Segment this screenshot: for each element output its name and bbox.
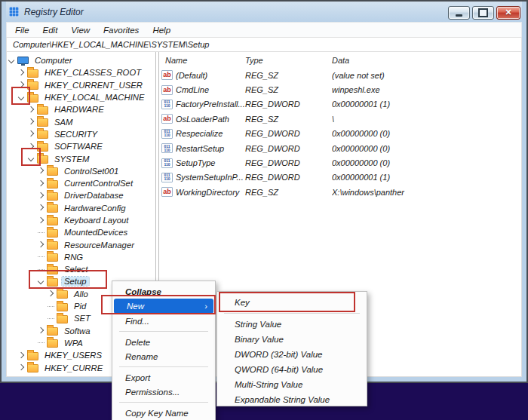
context-menu-item-new[interactable]: New› (114, 299, 213, 314)
registry-value-row-workingdirectory[interactable]: abWorkingDirectoryREG_SZX:\windows\panth… (159, 185, 521, 199)
chevron-right-icon[interactable] (17, 363, 26, 372)
registry-value-row-cmdline[interactable]: abCmdLineREG_SZwinpeshl.exe (159, 82, 521, 97)
value-data: 0x00000001 (1) (332, 173, 521, 182)
value-name: (Default) (176, 71, 245, 80)
folder-icon (27, 364, 38, 372)
submenu-item-expandable-string-value[interactable]: Expandable String Value (217, 392, 367, 407)
folder-icon (47, 266, 58, 274)
context-menu-item-label: Find... (125, 317, 149, 326)
context-menu-item-rename[interactable]: Rename (112, 349, 215, 363)
folder-icon (27, 94, 38, 103)
folder-icon (47, 204, 58, 213)
chevron-right-icon[interactable] (37, 204, 45, 212)
folder-icon (47, 339, 58, 348)
tree-item-label: Softwa (62, 326, 93, 336)
submenu-item-dword-32-bit-value[interactable]: DWORD (32-bit) Value (217, 347, 367, 362)
tree-item-resourcemanager[interactable]: ResourceManager (7, 238, 155, 250)
context-menu-item-copy-key-name[interactable]: Copy Key Name (112, 406, 215, 420)
chevron-right-icon[interactable] (37, 179, 45, 188)
value-list: ab(Default)REG_SZ(value not set)abCmdLin… (159, 68, 521, 200)
chevron-down-icon[interactable] (37, 277, 45, 286)
chevron-right-icon[interactable] (27, 106, 35, 114)
context-menu-item-collapse[interactable]: Collapse (112, 284, 215, 299)
tree-item-security[interactable]: SECURITY (7, 128, 155, 140)
chevron-right-icon[interactable] (27, 118, 35, 126)
chevron-right-icon[interactable] (17, 81, 26, 89)
tree-item-label: HKEY_CURRENT_USER (42, 81, 145, 90)
context-menu-item-permissions[interactable]: Permissions... (112, 385, 215, 399)
tree-item-hardware[interactable]: HARDWARE (7, 103, 155, 115)
context-menu-item-label: New (127, 302, 144, 311)
registry-value-row-respecialize[interactable]: 011110RespecializeREG_DWORD0x00000000 (0… (159, 127, 521, 141)
minimize-button[interactable] (448, 6, 470, 20)
chevron-right-icon[interactable] (27, 130, 35, 138)
registry-value-row-restartsetup[interactable]: 011110RestartSetupREG_DWORD0x00000000 (0… (159, 141, 521, 155)
chevron-down-icon[interactable] (8, 57, 16, 65)
chevron-down-icon[interactable] (17, 94, 26, 102)
tree-item-computer[interactable]: Computer (7, 54, 155, 66)
close-button[interactable] (496, 6, 520, 20)
tree-item-label: SET (72, 314, 93, 323)
column-header-data[interactable]: Data (332, 56, 521, 65)
chevron-right-icon[interactable] (37, 192, 45, 200)
column-header-name[interactable]: Name (165, 56, 245, 65)
folder-icon (47, 192, 58, 201)
tree-item-software[interactable]: SOFTWARE (7, 140, 155, 152)
tree-item-keyboard-layout[interactable]: Keyboard Layout (7, 214, 155, 226)
context-menu-item-export[interactable]: Export (112, 370, 215, 385)
registry-value-row-factorypreinstall[interactable]: 011110FactoryPreInstall...REG_DWORD0x000… (159, 97, 521, 112)
registry-value-row-osloaderpath[interactable]: abOsLoaderPathREG_SZ\ (159, 112, 521, 126)
tree-item-driverdatabase[interactable]: DriverDatabase (7, 189, 155, 201)
value-data: 0x00000001 (1) (332, 100, 521, 109)
menubar-item-favorites[interactable]: Favorites (97, 24, 146, 36)
submenu-item-qword-64-bit-value[interactable]: QWORD (64-bit) Value (217, 362, 367, 377)
tree-item-hardwareconfig[interactable]: HardwareConfig (7, 202, 155, 214)
chevron-right-icon[interactable] (17, 351, 26, 360)
registry-editor-app-icon (9, 7, 19, 17)
tree-item-sam[interactable]: SAM (7, 115, 155, 127)
folder-icon (27, 352, 38, 360)
string-value-icon: ab (161, 85, 173, 95)
tree-item-currentcontrolset[interactable]: CurrentControlSet (7, 177, 155, 189)
tree-item-select[interactable]: Select (7, 263, 155, 275)
context-menu-item-delete[interactable]: Delete (112, 335, 215, 349)
chevron-right-icon[interactable] (47, 290, 55, 298)
submenu-item-key[interactable]: Key (217, 295, 367, 310)
tree-item-controlset001[interactable]: ControlSet001 (7, 165, 155, 177)
chevron-down-icon[interactable] (27, 155, 35, 163)
folder-icon (47, 278, 58, 287)
chevron-right-icon[interactable] (37, 216, 45, 225)
registry-value-row-setuptype[interactable]: 011110SetupTypeREG_DWORD0x00000000 (0) (159, 155, 521, 170)
tree-item-mounteddevices[interactable]: MountedDevices (7, 226, 155, 238)
menubar-item-file[interactable]: File (8, 24, 36, 36)
chevron-right-icon[interactable] (37, 167, 45, 175)
chevron-right-icon[interactable] (27, 143, 35, 151)
menubar-item-edit[interactable]: Edit (36, 24, 65, 36)
submenu-item-string-value[interactable]: String Value (217, 317, 367, 332)
registry-value-row-systemsetupinp[interactable]: 011110SystemSetupInP...REG_DWORD0x000000… (159, 170, 521, 185)
column-header-type[interactable]: Type (245, 56, 332, 65)
folder-icon (47, 180, 58, 189)
tree-item-hkey-classes-root[interactable]: HKEY_CLASSES_ROOT (7, 66, 155, 78)
chevron-right-icon[interactable] (37, 326, 45, 335)
tree-item-hkey-local-machine[interactable]: HKEY_LOCAL_MACHINE (7, 91, 155, 103)
value-type: REG_DWORD (245, 173, 332, 182)
folder-icon (57, 290, 68, 299)
registry-value-row-default[interactable]: ab(Default)REG_SZ(value not set) (159, 68, 521, 82)
address-bar[interactable]: Computer\HKEY_LOCAL_MACHINE\SYSTEM\Setup (6, 37, 522, 51)
chevron-right-icon[interactable] (17, 69, 26, 77)
context-menu-item-find[interactable]: Find... (112, 314, 215, 328)
folder-icon (37, 118, 48, 127)
tree-item-label: HardwareConfig (62, 204, 128, 213)
submenu-item-binary-value[interactable]: Binary Value (217, 332, 367, 347)
submenu-item-label: Key (235, 298, 250, 307)
tree-item-hkey-current-user[interactable]: HKEY_CURRENT_USER (7, 79, 155, 91)
menubar-item-help[interactable]: Help (146, 24, 177, 36)
chevron-right-icon[interactable] (37, 241, 45, 249)
tree-item-system[interactable]: SYSTEM (7, 152, 155, 164)
submenu-item-multi-string-value[interactable]: Multi-String Value (217, 377, 367, 392)
new-submenu: KeyString ValueBinary ValueDWORD (32-bit… (216, 291, 367, 406)
tree-item-rng[interactable]: RNG (7, 251, 155, 263)
menubar-item-view[interactable]: View (64, 24, 97, 36)
maximize-button[interactable] (472, 6, 494, 20)
